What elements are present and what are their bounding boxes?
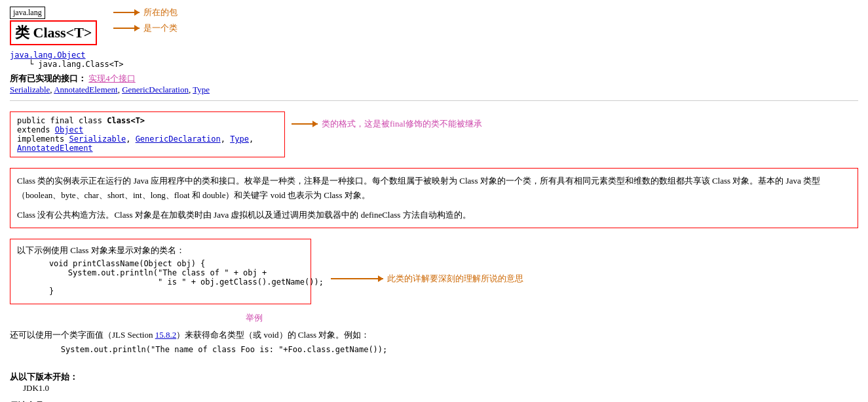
interface-type[interactable]: Type <box>193 85 210 94</box>
annotations-area: 所在的包 是一个类 <box>113 7 178 35</box>
detail-annotation: 此类的详解要深刻的理解所说的意思 <box>387 273 523 285</box>
package-annotation: 所在的包 <box>143 7 178 18</box>
package-annotation-row: 所在的包 <box>113 7 178 18</box>
object-link[interactable]: java.lang.Object <box>10 50 86 60</box>
interface-section: 所有已实现的接口： 实现4个接口 Serializable, Annotated… <box>10 73 858 95</box>
detail-arrow-icon <box>331 278 383 279</box>
example-box: 以下示例使用 Class 对象来显示对象的类名： void printClass… <box>10 239 311 304</box>
class-full-name: java.lang.Class<T> <box>33 60 123 69</box>
example-intro: 以下示例使用 Class 对象来显示对象的类名： <box>17 245 304 256</box>
example-left: 以下示例使用 Class 对象来显示对象的类名： void printClass… <box>10 233 311 324</box>
decl-annotation-area: 类的格式，这是被final修饰的类不能被继承 <box>292 118 482 130</box>
impl-serializable[interactable]: Serializable <box>69 134 126 144</box>
desc-para2: Class 没有公共构造方法。Class 对象是在加载类时由 Java 虚拟机以… <box>17 208 851 222</box>
class-title: 类 Class<T> <box>10 20 97 45</box>
section2-intro: 还可以使用一个类字面值（JLS Section <box>10 330 155 340</box>
since-section: 从以下版本开始： JDK1.0 <box>10 361 858 393</box>
class-annotation-row: 是一个类 <box>113 22 178 34</box>
impl-type[interactable]: Type <box>230 134 249 144</box>
package-name: java.lang <box>10 7 45 19</box>
since-label: 从以下版本开始： <box>10 372 78 382</box>
section2-code: System.out.println("The name of class Fo… <box>23 345 858 354</box>
interface-generic[interactable]: GenericDeclaration <box>122 85 189 94</box>
package-arrow-icon <box>113 12 140 13</box>
decl-line1: public final class Class<T> <box>17 116 278 125</box>
decl-line2: extends Object <box>17 125 278 134</box>
class-annotation: 是一个类 <box>143 22 178 34</box>
interface-count-link[interactable]: 实现4个接口 <box>88 73 136 83</box>
divider-1 <box>10 100 858 101</box>
class-header: java.lang 类 Class<T> 所在的包 是一个类 <box>10 7 858 45</box>
class-arrow-icon <box>113 28 140 29</box>
package-label: java.lang <box>10 7 45 19</box>
since-version: JDK1.0 <box>23 383 49 393</box>
declaration-section: public final class Class<T> extends Obje… <box>10 106 858 163</box>
example-code: void printClassName(Object obj) { System… <box>30 259 304 296</box>
interface-serializable[interactable]: Serializable <box>10 85 50 94</box>
impl-generic[interactable]: GenericDeclaration <box>136 134 221 144</box>
example-label-area: 举例 <box>246 312 311 324</box>
left-section: java.lang 类 Class<T> <box>10 7 97 45</box>
interface-label: 所有已实现的接口： <box>10 73 86 83</box>
class-declaration-box: public final class Class<T> extends Obje… <box>10 111 285 157</box>
description-box: Class 类的实例表示正在运行的 Java 应用程序中的类和接口。枚举是一种类… <box>10 168 858 228</box>
impl-annotated[interactable]: AnnotatedElement <box>17 144 93 153</box>
jls-link[interactable]: 15.8.2 <box>155 330 177 340</box>
decl-arrow-icon <box>292 123 318 125</box>
example-label: 举例 <box>246 312 263 324</box>
desc-para1: Class 类的实例表示正在运行的 Java 应用程序中的类和接口。枚举是一种类… <box>17 174 851 203</box>
class-hierarchy: java.lang.Object └ java.lang.Class<T> <box>10 50 858 69</box>
example-section: 以下示例使用 Class 对象来显示对象的类名： void printClass… <box>10 233 858 324</box>
section2: 还可以使用一个类字面值（JLS Section 15.8.2）来获得命名类型（或… <box>10 329 858 354</box>
detail-annotation-area: 此类的详解要深刻的理解所说的意思 <box>331 273 523 285</box>
decl-line3: implements Serializable, GenericDeclarat… <box>17 134 278 153</box>
extends-object-link[interactable]: Object <box>55 125 83 134</box>
interface-annotated[interactable]: AnnotatedElement <box>54 85 117 94</box>
decl-annotation: 类的格式，这是被final修饰的类不能被继承 <box>322 118 482 130</box>
section2-intro2: ）来获得命名类型（或 void）的 Class 对象。例如： <box>176 330 369 340</box>
